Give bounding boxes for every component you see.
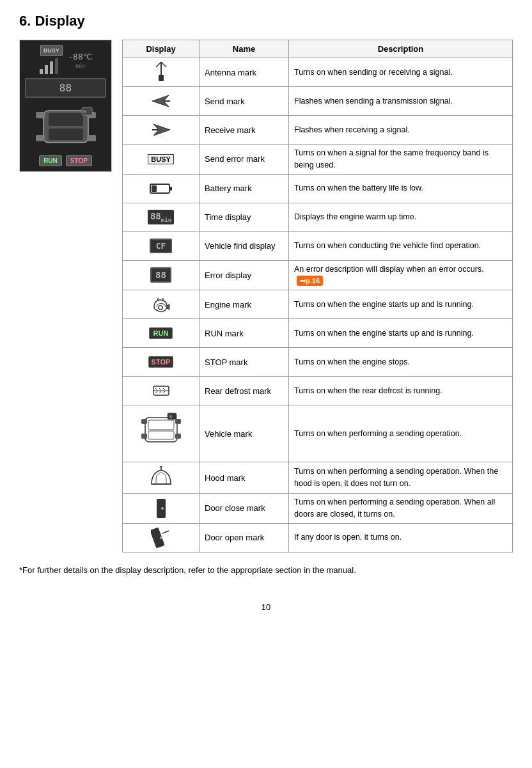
table-row-display: [123, 87, 199, 116]
table-row-display: [123, 116, 199, 145]
svg-line-27: [163, 388, 165, 390]
table-row-display: [123, 462, 199, 494]
table-row-name: Send mark: [199, 87, 289, 116]
svg-rect-1: [45, 65, 48, 74]
table-row-name: Engine mark: [199, 290, 289, 319]
receive-icon: [151, 123, 171, 137]
col-name: Name: [199, 40, 289, 58]
table-row-name: Antenna mark: [199, 58, 289, 87]
table-row-name: Battery mark: [199, 174, 289, 203]
svg-line-15: [161, 62, 166, 67]
table-row-desc: Turns on when a signal for the same freq…: [289, 145, 513, 175]
svg-line-29: [159, 391, 161, 393]
table-row-desc: An error description will display when a…: [289, 260, 513, 290]
vehicle-icon: ⊞: [139, 408, 184, 459]
table-row-desc: Turns on when conducting the vehicle fin…: [289, 231, 513, 260]
table-row-display: STOP: [123, 348, 199, 377]
table-row-name: STOP mark: [199, 348, 289, 377]
svg-line-30: [163, 391, 165, 393]
table-row-name: Door open mark: [199, 523, 289, 552]
table-row-desc: Turns on when performing a sending opera…: [289, 462, 513, 494]
table-row-display: ⊞: [123, 405, 199, 462]
car-top-view: ⊞: [31, 104, 101, 149]
svg-rect-33: [148, 431, 174, 439]
svg-rect-5: [49, 113, 83, 126]
svg-rect-10: [87, 135, 96, 141]
table-row-display: 88min: [123, 203, 199, 231]
footnote: *For further details on the display desc…: [19, 564, 513, 577]
door-open-icon: [151, 527, 171, 549]
antenna-icon: [153, 61, 169, 84]
signal-icon: [38, 58, 64, 75]
svg-text:⊞: ⊞: [83, 109, 86, 114]
page-ref-badge[interactable]: ⇒p.16: [297, 276, 323, 286]
svg-rect-21: [152, 185, 157, 192]
page-number: 10: [19, 602, 513, 612]
svg-rect-0: [40, 69, 43, 74]
temp-display: -88℃: [68, 52, 92, 61]
svg-rect-16: [159, 75, 164, 81]
svg-rect-34: [141, 419, 147, 424]
door-close-icon: [155, 498, 168, 519]
table-row-display: [123, 523, 199, 552]
table-row-name: Hood mark: [199, 462, 289, 494]
table-row-display: CF: [123, 231, 199, 260]
stop-button-label: STOP: [66, 155, 92, 166]
hood-icon: [148, 465, 174, 490]
run-button-label: RUN: [39, 155, 62, 166]
table-row-desc: Turns on when the engine stops.: [289, 348, 513, 377]
table-row-desc: Turns on when the battery life is low.: [289, 174, 513, 203]
run-icon: RUN: [149, 327, 173, 339]
table-row-display: [123, 494, 199, 524]
svg-line-26: [159, 388, 161, 390]
table-row-name: Rear defrost mark: [199, 377, 289, 405]
cf-icon: CF: [150, 239, 173, 253]
table-row-display: [123, 290, 199, 319]
table-row-desc: Displays the engine warm up time.: [289, 203, 513, 231]
table-row-desc: Turns on when the rear defrost is runnin…: [289, 377, 513, 405]
page-title: 6. Display: [19, 13, 513, 29]
table-row-display: 88: [123, 260, 199, 290]
defrost-icon: [152, 381, 171, 400]
table-row-display: [123, 174, 199, 203]
display-table: Display Name Description Antenna markTur…: [122, 40, 513, 552]
svg-text:⊞: ⊞: [169, 414, 173, 419]
battery-icon: [150, 182, 173, 195]
min-label: min: [75, 63, 85, 69]
table-row-display: BUSY: [123, 145, 199, 175]
table-row-name: Receive mark: [199, 116, 289, 145]
table-row-desc: Flashes when sending a transmission sign…: [289, 87, 513, 116]
svg-rect-7: [36, 112, 45, 118]
engine-icon: [152, 295, 171, 313]
stop-icon: STOP: [148, 356, 174, 368]
svg-rect-9: [36, 135, 45, 141]
busy-icon: BUSY: [148, 154, 174, 164]
table-row-desc: Turns on when performing a sending opera…: [289, 494, 513, 524]
svg-line-28: [155, 391, 157, 393]
svg-rect-20: [169, 187, 172, 191]
table-row-display: RUN: [123, 319, 199, 348]
svg-line-14: [156, 62, 161, 67]
table-row-name: Vehicle mark: [199, 405, 289, 462]
table-row-desc: Turns on when sending or receiving a sig…: [289, 58, 513, 87]
table-row-desc: Turns on when the engine starts up and i…: [289, 290, 513, 319]
svg-rect-44: [151, 527, 165, 548]
col-display: Display: [123, 40, 199, 58]
lcd-display: 88: [25, 78, 106, 98]
svg-point-43: [161, 507, 164, 510]
table-row-name: Vehicle find display: [199, 231, 289, 260]
table-row-desc: Turns on when performing a sending opera…: [289, 405, 513, 462]
table-row-desc: Flashes when receiving a signal.: [289, 116, 513, 145]
svg-rect-3: [55, 58, 58, 74]
table-row-name: Error display: [199, 260, 289, 290]
table-row-name: Door close mark: [199, 494, 289, 524]
svg-rect-36: [141, 434, 147, 439]
table-row-name: Time display: [199, 203, 289, 231]
table-row-desc: If any door is open, it turns on.: [289, 523, 513, 552]
table-row-display: [123, 377, 199, 405]
table-row-display: [123, 58, 199, 87]
send-icon: [151, 94, 171, 108]
svg-rect-37: [175, 434, 181, 439]
time-icon: 88min: [148, 210, 174, 224]
col-description: Description: [289, 40, 513, 58]
